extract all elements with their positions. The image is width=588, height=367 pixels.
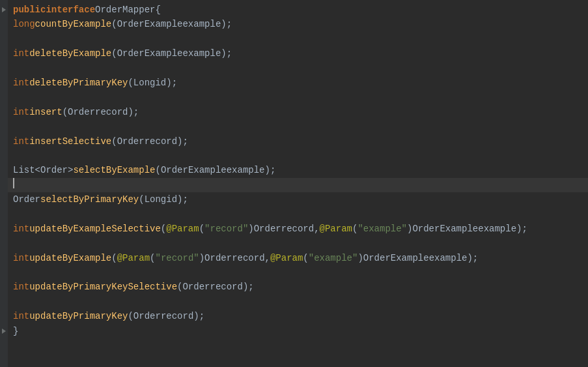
gutter-line-18 (1, 251, 7, 265)
gutter-line-2 (1, 17, 7, 31)
gutter-line-11 (1, 149, 7, 163)
token-string: "example" (309, 251, 358, 265)
token-method-name: insertSelective (29, 134, 111, 149)
code-line-15 (8, 207, 588, 221)
gutter-line-8 (1, 105, 7, 119)
token-cls-name: Order (13, 192, 40, 207)
token-method-name: deleteByExample (29, 46, 111, 61)
text-cursor (13, 178, 14, 188)
token-text-normal: ( (161, 222, 166, 236)
token-cls-name: Long (133, 76, 156, 90)
code-line-12: List<Order> selectByExample(OrderExample… (8, 163, 588, 177)
token-text-normal: ( (303, 251, 308, 265)
token-cls-name: Order (117, 134, 145, 149)
token-text-normal: record, (281, 222, 320, 236)
token-annotation: @Param (166, 222, 199, 236)
token-cls-name: Order (40, 163, 68, 177)
gutter-line-15 (1, 207, 7, 221)
token-text-normal: ( (128, 76, 133, 90)
token-cls-name: OrderExample (117, 17, 183, 31)
token-cls-name: OrderExample (117, 46, 183, 61)
token-method-name: updateByExample (29, 251, 111, 265)
token-cls-name: Order (182, 280, 210, 294)
token-text-normal: ( (63, 105, 68, 119)
token-kw-int: int (13, 309, 29, 323)
token-text-normal: id); (155, 76, 177, 90)
token-method-name: updateByExampleSelective (29, 222, 161, 236)
token-string: "record" (155, 251, 199, 265)
token-cls-name: OrderExample (412, 222, 478, 236)
token-annotation: @Param (320, 222, 352, 236)
token-annotation: @Param (270, 251, 303, 265)
gutter-line-14 (1, 192, 7, 207)
token-cls-name: Order (204, 251, 232, 265)
token-method-name: deleteByPrimaryKey (29, 76, 128, 90)
token-brace: } (13, 324, 18, 338)
token-kw-int: int (13, 280, 29, 294)
gutter-line-12 (1, 163, 7, 177)
token-kw-int: int (13, 222, 29, 236)
gutter-line-23 (1, 324, 7, 338)
token-text-normal: record); (145, 134, 188, 149)
gutter-line-3 (1, 32, 7, 46)
token-text-normal: ( (128, 309, 133, 323)
code-line-17 (8, 236, 588, 250)
token-text-normal: ( (111, 17, 117, 31)
token-text-normal: example); (182, 46, 232, 61)
gutter-line-22 (1, 309, 7, 323)
code-line-3 (8, 32, 588, 46)
gutter-line-9 (1, 119, 7, 134)
token-cls-name: Order (68, 105, 95, 119)
fold-arrow-icon[interactable] (2, 7, 6, 12)
token-kw-interface: interface (46, 3, 95, 17)
code-line-16: int updateByExampleSelective(@Param("rec… (8, 222, 588, 236)
gutter-line-5 (1, 61, 7, 76)
token-method-name: updateByPrimaryKeySelective (29, 280, 177, 294)
code-editor: public interface OrderMapper { long coun… (0, 0, 588, 367)
gutter-line-21 (1, 295, 7, 309)
code-line-18: int updateByExample(@Param("record") Ord… (8, 251, 588, 265)
code-area[interactable]: public interface OrderMapper { long coun… (8, 0, 588, 367)
code-line-21 (8, 295, 588, 309)
token-text-normal: ) (407, 222, 412, 236)
code-line-19 (8, 265, 588, 280)
code-line-14: Order selectByPrimaryKey(Long id); (8, 192, 588, 207)
token-cls-name: OrderMapper (95, 3, 155, 17)
token-kw-int: int (13, 76, 29, 90)
fold-arrow-icon[interactable] (2, 329, 6, 334)
gutter-line-19 (1, 265, 7, 280)
token-text-normal: ( (111, 46, 117, 61)
gutter-line-10 (1, 134, 7, 149)
token-text-normal: ( (199, 222, 204, 236)
token-text-normal: example); (182, 17, 232, 31)
code-line-11 (8, 149, 588, 163)
token-text-normal: record, (232, 251, 270, 265)
token-cls-name: Order (254, 222, 281, 236)
token-text-normal: ( (352, 222, 357, 236)
token-text-normal: ( (177, 280, 182, 294)
token-string: "record" (204, 222, 248, 236)
code-line-20: int updateByPrimaryKeySelective(Order re… (8, 280, 588, 294)
gutter-line-20 (1, 280, 7, 294)
gutter-line-17 (1, 236, 7, 250)
token-method-name: countByExample (35, 17, 112, 31)
token-annotation: @Param (117, 251, 150, 265)
code-line-1: public interface OrderMapper { (8, 3, 588, 17)
code-gutter (0, 0, 8, 367)
token-text-normal: > (68, 163, 73, 177)
token-cls-name: List (13, 163, 35, 177)
token-cls-name: OrderExample (363, 251, 429, 265)
token-text-normal: id); (166, 192, 188, 207)
token-method-name: insert (29, 105, 62, 119)
token-text-normal: ) (357, 251, 363, 265)
token-text-normal: ( (111, 251, 117, 265)
token-text-normal: example); (429, 251, 479, 265)
token-text-normal: ( (111, 134, 117, 149)
token-text-normal: ( (155, 163, 160, 177)
token-cls-name: OrderExample (161, 163, 227, 177)
token-kw-int: int (13, 46, 29, 61)
token-text-normal: ) (248, 222, 253, 236)
token-kw-int: int (13, 105, 29, 119)
code-line-23: } (8, 324, 588, 338)
token-string: "example" (357, 222, 407, 236)
